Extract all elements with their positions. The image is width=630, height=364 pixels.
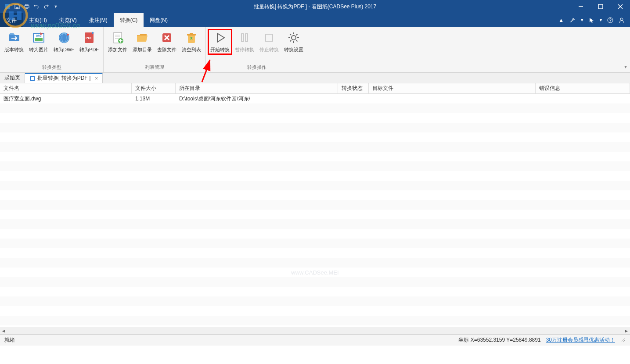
close-button[interactable] bbox=[610, 0, 630, 13]
menu-annotate[interactable]: 批注(M) bbox=[83, 13, 114, 27]
file-table: 文件名 文件大小 所在目录 转换状态 目标文件 错误信息 医疗室立面.dwg 1… bbox=[0, 83, 630, 334]
save-icon[interactable] bbox=[13, 3, 21, 11]
dwf-icon bbox=[57, 31, 71, 45]
document-tabs: 起始页 批量转换[ 转换为PDF ] × bbox=[0, 73, 630, 83]
col-filesize[interactable]: 文件大小 bbox=[132, 83, 176, 93]
menubar: 文件 主页(H) 浏览(V) 批注(M) 转换(C) 网盘(N) ▲ ▼ ▼ ? bbox=[0, 13, 630, 27]
svg-rect-32 bbox=[241, 34, 244, 42]
menu-convert[interactable]: 转换(C) bbox=[114, 13, 144, 27]
table-body: 医疗室立面.dwg 1.13M D:\tools\桌面\河东软件园\河东\ ww… bbox=[0, 94, 630, 327]
undo-icon[interactable] bbox=[32, 3, 40, 11]
version-convert-button[interactable]: 版本转换 bbox=[2, 29, 26, 55]
svg-rect-45 bbox=[31, 77, 34, 80]
svg-rect-31 bbox=[187, 34, 196, 36]
window-title: 批量转换[ 转换为PDF ] - 看图纸(CADSee Plus) 2017 bbox=[254, 3, 376, 11]
help-icon[interactable]: ? bbox=[606, 16, 614, 24]
horizontal-scrollbar[interactable]: ◄ ► bbox=[0, 327, 630, 334]
col-directory[interactable]: 所在目录 bbox=[176, 83, 338, 93]
scroll-left-icon[interactable]: ◄ bbox=[0, 327, 7, 334]
convert-settings-button[interactable]: 转换设置 bbox=[281, 29, 306, 55]
stop-icon bbox=[262, 31, 276, 45]
svg-rect-2 bbox=[16, 7, 18, 9]
col-filename[interactable]: 文件名 bbox=[0, 83, 132, 93]
cursor-icon[interactable] bbox=[587, 16, 595, 24]
menu-home[interactable]: 主页(H) bbox=[23, 13, 53, 27]
menu-browse[interactable]: 浏览(V) bbox=[53, 13, 83, 27]
pause-convert-button: 暂停转换 bbox=[232, 29, 257, 55]
menu-netdisk[interactable]: 网盘(N) bbox=[144, 13, 174, 27]
ribbon-group-list-manage: 添加文件 添加目录 去除文件 清空列表 列表管理 bbox=[104, 27, 206, 72]
wrench-icon[interactable] bbox=[569, 16, 576, 24]
chevron-up-icon[interactable]: ▲ bbox=[557, 16, 565, 24]
user-icon[interactable] bbox=[618, 16, 626, 24]
ribbon: 版本转换 IMG 转为图片 转为DWF PDF 转为PDF 转换类 bbox=[0, 27, 630, 73]
table-row[interactable]: 医疗室立面.dwg 1.13M D:\tools\桌面\河东软件园\河东\ bbox=[0, 94, 630, 103]
status-coords: 坐标 X=63552.3159 Y=25849.8891 bbox=[458, 336, 540, 344]
status-promo-link[interactable]: 30万注册会员感恩优惠活动！ bbox=[546, 336, 615, 344]
window-controls bbox=[571, 0, 630, 13]
gear-icon bbox=[287, 31, 301, 45]
maximize-button[interactable] bbox=[590, 0, 610, 13]
play-icon bbox=[213, 31, 227, 45]
app-icon bbox=[4, 3, 11, 11]
redo-icon[interactable] bbox=[42, 3, 50, 11]
resize-grip-icon[interactable] bbox=[620, 337, 626, 343]
svg-text:?: ? bbox=[609, 18, 612, 23]
folder-open-icon bbox=[135, 31, 149, 45]
statusbar: 就绪 坐标 X=63552.3159 Y=25849.8891 30万注册会员感… bbox=[0, 334, 630, 346]
add-folder-button[interactable]: 添加目录 bbox=[130, 29, 155, 55]
svg-line-43 bbox=[296, 34, 298, 36]
pause-icon bbox=[238, 31, 252, 45]
tab-close-icon[interactable]: × bbox=[95, 75, 98, 82]
svg-rect-34 bbox=[266, 34, 273, 41]
clear-list-button[interactable]: 清空列表 bbox=[179, 29, 204, 55]
to-pdf-button[interactable]: PDF 转为PDF bbox=[77, 29, 101, 55]
img-icon: IMG bbox=[32, 31, 46, 45]
svg-point-35 bbox=[292, 36, 296, 40]
stop-convert-button: 停止转换 bbox=[257, 29, 281, 55]
add-file-button[interactable]: 添加文件 bbox=[105, 29, 130, 55]
col-error[interactable]: 错误信息 bbox=[536, 83, 630, 93]
svg-line-40 bbox=[290, 34, 292, 36]
qat-dropdown-icon[interactable]: ▼ bbox=[52, 3, 60, 11]
svg-rect-30 bbox=[188, 35, 195, 43]
tab-start[interactable]: 起始页 bbox=[0, 73, 25, 83]
menu-right-tools: ▲ ▼ ▼ ? bbox=[557, 13, 630, 27]
svg-line-41 bbox=[296, 40, 298, 42]
svg-rect-1 bbox=[5, 4, 10, 9]
minimize-button[interactable] bbox=[571, 0, 590, 13]
menu-file[interactable]: 文件 bbox=[0, 13, 23, 27]
svg-text:PDF: PDF bbox=[86, 36, 93, 40]
to-image-button[interactable]: IMG 转为图片 bbox=[26, 29, 51, 55]
start-convert-button[interactable]: 开始转换 bbox=[208, 29, 232, 55]
quick-access-toolbar: ▼ bbox=[0, 3, 60, 11]
svg-rect-14 bbox=[35, 38, 43, 41]
titlebar: ▼ 批量转换[ 转换为PDF ] - 看图纸(CADSee Plus) 2017 bbox=[0, 0, 630, 13]
tab-doc-icon bbox=[29, 75, 36, 82]
remove-icon bbox=[160, 31, 174, 45]
print-icon[interactable] bbox=[23, 3, 31, 11]
svg-rect-7 bbox=[598, 4, 603, 9]
svg-line-42 bbox=[290, 40, 292, 42]
svg-point-12 bbox=[620, 18, 623, 21]
ribbon-collapse-icon[interactable]: ▾ bbox=[621, 27, 630, 72]
table-header: 文件名 文件大小 所在目录 转换状态 目标文件 错误信息 bbox=[0, 83, 630, 94]
trash-icon bbox=[184, 31, 198, 45]
to-dwf-button[interactable]: 转为DWF bbox=[51, 29, 77, 55]
svg-rect-5 bbox=[25, 7, 28, 9]
ribbon-group-convert-type: 版本转换 IMG 转为图片 转为DWF PDF 转为PDF 转换类 bbox=[0, 27, 104, 72]
doc-add-icon bbox=[111, 31, 125, 45]
svg-rect-33 bbox=[245, 34, 248, 42]
col-target[interactable]: 目标文件 bbox=[369, 83, 536, 93]
ribbon-group-convert-ops: 开始转换 暂停转换 停止转换 转换设置 转换操作 bbox=[206, 27, 308, 72]
remove-file-button[interactable]: 去除文件 bbox=[155, 29, 179, 55]
scroll-right-icon[interactable]: ► bbox=[623, 327, 630, 334]
tab-batch-convert[interactable]: 批量转换[ 转换为PDF ] × bbox=[25, 73, 103, 83]
col-status[interactable]: 转换状态 bbox=[338, 83, 369, 93]
status-ready: 就绪 bbox=[4, 336, 15, 344]
svg-rect-4 bbox=[25, 4, 28, 6]
folder-arrow-icon bbox=[7, 31, 21, 45]
pdf-icon: PDF bbox=[82, 31, 96, 45]
